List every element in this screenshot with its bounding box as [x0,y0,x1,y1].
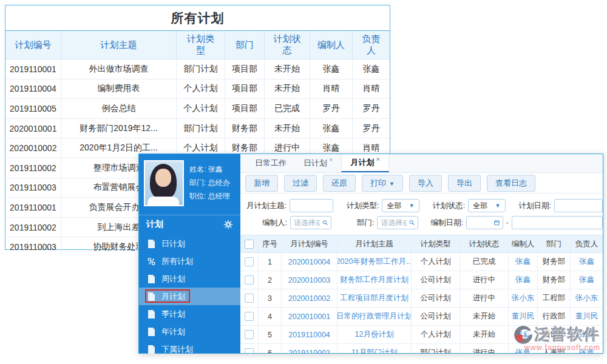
all-plans-header-row: 计划编号 计划主题 计划类型 部门 计划状态 编制人 负责人 [5,31,390,59]
row-checkbox[interactable] [245,348,254,353]
avatar-shirt [148,197,179,206]
chevron-down-icon: ▼ [389,181,395,187]
dept-input-box[interactable] [377,216,418,229]
range-separator: - [506,218,509,227]
table-row[interactable]: 2019110001 外出做市场调查 部门计划 项目部 未开始 张鑫 张鑫 [5,59,390,79]
sidebar-section-label: 计划 [146,219,163,230]
cell-seq: 5 [259,326,282,343]
table-row[interactable]: 4 2020010001 日常的行政管理月计划 公司计划 未开始 董川民 行政部… [240,308,603,326]
cell-plan-subject: 编制费用表 [61,79,177,99]
cell-plan-id: 2019110003 [5,178,61,198]
row-checkbox[interactable] [245,257,254,266]
sidebar-item-month-plan[interactable]: 月计划 [139,288,240,305]
row-checkbox[interactable] [245,312,254,321]
search-icon[interactable] [322,219,328,226]
row-checkbox[interactable] [245,294,254,303]
compiler-input[interactable] [294,218,320,227]
table-row[interactable]: 5 2019110004 12月份计划 个人计划 未开始 张鑫 项目部 张鑫 [240,326,603,344]
export-button[interactable]: 导出 [448,175,481,192]
cell-compiler[interactable]: 张鑫 [509,326,538,343]
cell-month-plan-subject[interactable]: 2020年财务部工作月... [337,253,412,271]
cell-plan-status: 未开始 [460,308,509,325]
view-log-button[interactable]: 查看日志 [487,175,535,192]
cell-owner: 罗丹 [353,119,390,138]
dept-input[interactable] [381,218,407,227]
cell-month-plan-id[interactable]: 2020010003 [282,271,337,289]
range-end-input[interactable] [512,216,603,229]
status-select[interactable]: 全部 ▼ [468,199,505,212]
close-icon[interactable]: × [329,156,333,163]
compile-date-input[interactable] [470,218,492,227]
plan-date-label: 计划日期: [519,201,551,211]
cell-month-plan-subject[interactable]: 11月部门计划 [337,344,412,353]
sidebar-item-all-plans[interactable]: 所有计划 [139,252,240,270]
cell-month-plan-id[interactable]: 2020010002 [282,289,337,307]
row-checkbox[interactable] [245,330,254,339]
cell-compiler[interactable]: 张鑫 [509,344,538,353]
tab-month-plan[interactable]: 月计划 × [341,154,388,172]
sidebar-item-year-plan[interactable]: 年计划 [139,323,240,340]
row-checkbox[interactable] [245,275,254,285]
cell-owner[interactable]: 董川民 [571,308,603,325]
table-row[interactable]: 2019110004 编制费用表 个人计划 项目部 未开始 肖晴 肖晴 [5,79,390,99]
calendar-icon[interactable] [494,219,500,226]
subject-input[interactable] [290,199,333,212]
gear-icon[interactable] [223,220,233,229]
filter-button[interactable]: 过滤 [284,175,317,192]
table-row[interactable]: 3 2020010002 工程项目部月度计划 公司计划 进行中 张小东 工程部 … [240,289,603,308]
cell-compiler[interactable]: 董川民 [509,308,538,325]
cell-month-plan-id[interactable]: 2019110004 [282,326,337,343]
cell-month-plan-id[interactable]: 2019110002 [282,344,337,353]
table-row[interactable]: 2 2020010003 财务部工作月度计划 公司计划 进行中 张鑫 财务部 张… [240,271,603,289]
table-row[interactable]: 2019110005 例会总结 个人计划 项目部 已完成 罗丹 罗丹 [5,99,390,119]
table-row[interactable]: 6 2019110002 11月部门计划 部门计划 进行中 张鑫 人事部 张鑫 [240,344,603,353]
cell-month-plan-subject[interactable]: 财务部工作月度计划 [337,271,412,289]
cell-owner[interactable]: 张鑫 [571,271,603,289]
cell-month-plan-id[interactable]: 2020010001 [282,308,337,325]
type-select[interactable]: 全部 ▼ [382,199,419,212]
filter-row-2: 编制人: 部门: 编制日期: - [240,214,603,231]
cell-compiler[interactable]: 张鑫 [509,271,538,289]
tab-daily-work[interactable]: 日常工作 [246,154,295,172]
cell-owner[interactable]: 张小东 [571,289,603,307]
table-row[interactable]: 2020010001 财务部门2019年12... 部门计划 财务部 未开始 张… [5,119,390,139]
select-all-checkbox[interactable] [245,240,254,249]
cell-compiler[interactable]: 张小东 [509,289,538,307]
search-icon[interactable] [409,219,415,226]
cell-plan-subject: 外出做市场调查 [61,59,177,79]
print-button[interactable]: 打印▼ [362,175,403,192]
cell-month-plan-subject[interactable]: 工程项目部月度计划 [337,289,412,307]
cell-owner[interactable]: 张鑫 [571,253,603,271]
cell-plan-id: 2019110001 [5,59,61,79]
compile-date-box[interactable] [466,216,503,229]
chevron-down-icon: ▼ [409,203,415,209]
import-button[interactable]: 导入 [409,175,442,192]
cell-month-plan-subject[interactable]: 12月份计划 [337,326,412,343]
cell-plan-status: 未开始 [460,326,509,343]
status-select-value: 全部 [473,201,487,211]
compiler-input-box[interactable] [290,216,331,229]
plan-date-input[interactable] [554,199,603,212]
restore-button[interactable]: 还原 [323,175,356,192]
cell-month-plan-subject[interactable]: 日常的行政管理月计划 [337,308,412,325]
cell-owner[interactable]: 张鑫 [571,326,603,343]
add-button[interactable]: 新增 [245,175,278,192]
sidebar-item-subordinate-plan[interactable]: 下属计划 [139,340,240,358]
toolbar: 新增 过滤 还原 打印▼ 导入 导出 查看日志 [240,173,603,194]
col-seq: 序号 [259,235,282,252]
cell-plan-id: 2019110002 [5,158,61,178]
sidebar-item-day-plan[interactable]: 日计划 [139,235,240,252]
subject-label: 月计划主题: [246,201,287,211]
cell-owner[interactable]: 张鑫 [571,344,603,353]
cell-seq: 4 [259,308,282,325]
close-icon[interactable]: × [376,155,379,163]
cell-month-plan-id[interactable]: 2020010004 [282,253,337,271]
status-label: 计划状态: [433,201,465,211]
tab-bar: 日常工作 日计划 × 月计划 × [240,154,603,173]
cell-compiler[interactable]: 张鑫 [509,253,538,271]
file-icon [148,328,155,336]
tab-day-plan[interactable]: 日计划 × [295,154,341,172]
table-row[interactable]: 1 2020010004 2020年财务部工作月... 个人计划 已完成 张鑫 … [240,253,603,271]
sidebar-item-week-plan[interactable]: 周计划 [139,270,240,288]
sidebar-item-quarter-plan[interactable]: 季计划 [139,305,240,323]
